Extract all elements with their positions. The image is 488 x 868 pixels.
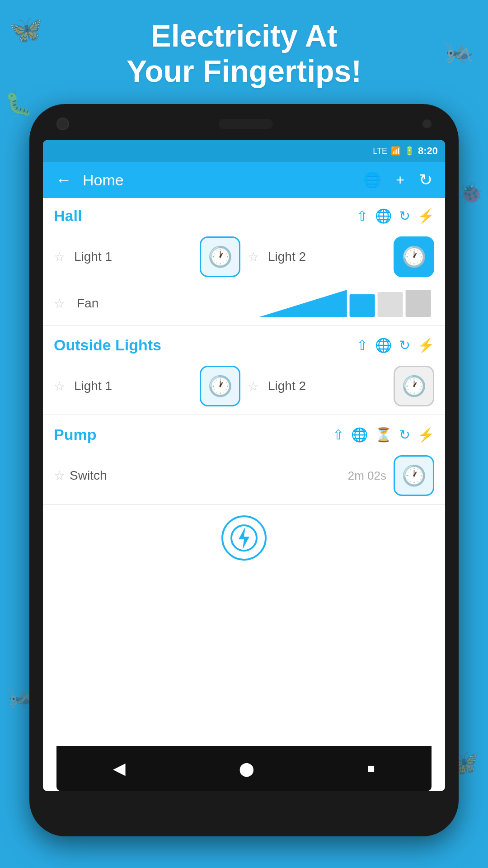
hall-section: Hall ⇧ 🌐 ↻ ⚡ ☆ Light 1 🕐	[43, 198, 445, 323]
pump-switch-toggle[interactable]: 🕐	[394, 455, 434, 496]
phone-speaker	[219, 119, 273, 129]
outside-divider	[43, 415, 445, 415]
svg-rect-1	[349, 294, 375, 317]
outside-lights-header: Outside Lights ⇧ 🌐 ↻ ⚡	[43, 327, 445, 359]
outside-light2-toggle[interactable]: 🕐	[394, 366, 434, 406]
hall-title: Hall	[54, 207, 349, 225]
lightning-logo-svg	[230, 524, 258, 552]
hall-share-icon[interactable]: ⇧	[357, 208, 368, 224]
front-camera	[56, 118, 69, 130]
content-area: Hall ⇧ 🌐 ↻ ⚡ ☆ Light 1 🕐	[43, 198, 445, 755]
pump-section: Pump ⇧ 🌐 ⏳ ↻ ⚡ ☆ Switch 2m 02s 🕐	[43, 417, 445, 502]
pump-lightning-icon[interactable]: ⚡	[418, 427, 434, 443]
globe-button[interactable]: 🌐	[360, 168, 385, 192]
pump-switch-timer: 2m 02s	[348, 469, 386, 483]
outside-lights-section: Outside Lights ⇧ 🌐 ↻ ⚡ ☆ Light 1 🕐	[43, 327, 445, 413]
phone-frame: LTE 📶 🔋 8:20 ← Home 🌐 + ↻ Hall ⇧ 🌐 ↻ ⚡	[29, 104, 459, 836]
outside-light2-name: Light 2	[268, 379, 389, 393]
hall-divider	[43, 325, 445, 326]
status-bar: LTE 📶 🔋 8:20	[43, 140, 445, 162]
hall-globe-icon[interactable]: 🌐	[375, 208, 392, 224]
refresh-button[interactable]: ↻	[415, 167, 436, 193]
hall-fan-name: Fan	[77, 296, 252, 311]
phone-sensor	[422, 119, 432, 128]
bug-decoration: 🐞	[458, 181, 483, 205]
outside-globe-icon[interactable]: 🌐	[375, 337, 392, 353]
hall-light1-star[interactable]: ☆	[54, 250, 65, 264]
bug-decoration: 🐛	[5, 90, 33, 117]
outside-light1: ☆ Light 1 🕐	[54, 366, 240, 406]
pump-timer-icon[interactable]: ⏳	[375, 427, 392, 443]
hall-fan-star[interactable]: ☆	[54, 296, 65, 311]
outside-light1-name: Light 1	[74, 379, 195, 393]
pump-globe-icon[interactable]: 🌐	[351, 427, 368, 443]
hall-section-header: Hall ⇧ 🌐 ↻ ⚡	[43, 198, 445, 230]
hall-lightning-icon[interactable]: ⚡	[418, 208, 434, 224]
svg-marker-5	[239, 527, 249, 549]
pump-divider	[43, 504, 445, 505]
hall-light1-toggle[interactable]: 🕐	[200, 236, 240, 277]
hall-refresh-icon[interactable]: ↻	[399, 208, 410, 224]
pump-share-icon[interactable]: ⇧	[333, 427, 344, 443]
outside-light2: ☆ Light 2 🕐	[248, 366, 434, 406]
outside-light1-toggle[interactable]: 🕐	[200, 366, 240, 406]
app-toolbar: ← Home 🌐 + ↻	[43, 162, 445, 198]
svg-marker-0	[259, 290, 347, 317]
app-header: Electricity At Your Fingertips!	[0, 18, 488, 89]
hall-light1: ☆ Light 1 🕐	[54, 236, 240, 277]
pump-title: Pump	[54, 426, 325, 443]
outside-light1-star[interactable]: ☆	[54, 379, 65, 394]
svg-rect-2	[377, 292, 403, 317]
back-button[interactable]: ←	[52, 167, 75, 193]
hall-lights-row: ☆ Light 1 🕐 ☆ Light 2 🕐	[43, 230, 445, 283]
hall-light1-clock-icon: 🕐	[208, 245, 233, 269]
pump-switch-name: Switch	[70, 468, 348, 483]
hall-fan-slider[interactable]	[259, 290, 435, 317]
outside-light1-clock-icon: 🕐	[208, 374, 233, 398]
nav-home-button[interactable]: ⬤	[239, 761, 254, 777]
phone-screen: LTE 📶 🔋 8:20 ← Home 🌐 + ↻ Hall ⇧ 🌐 ↻ ⚡	[43, 140, 445, 791]
outside-lightning-icon[interactable]: ⚡	[418, 337, 434, 353]
hall-light2-star[interactable]: ☆	[248, 250, 259, 264]
pump-switch-clock-icon: 🕐	[402, 464, 427, 487]
lte-icon: LTE	[373, 146, 387, 156]
fan-slider-svg	[259, 290, 435, 317]
outside-light2-clock-icon: 🕐	[402, 374, 427, 398]
hall-light2-clock-icon: 🕐	[402, 245, 427, 269]
outside-light2-star[interactable]: ☆	[248, 379, 259, 394]
outside-share-icon[interactable]: ⇧	[357, 337, 368, 353]
pump-switch-row: ☆ Switch 2m 02s 🕐	[43, 449, 445, 502]
pump-refresh-icon[interactable]: ↻	[399, 427, 410, 443]
bottom-navigation: ◀ ⬤ ■	[56, 746, 432, 791]
hall-light1-name: Light 1	[74, 250, 195, 264]
clock: 8:20	[418, 145, 438, 157]
hall-light2-name: Light 2	[268, 250, 389, 264]
hall-light2-toggle[interactable]: 🕐	[394, 236, 434, 277]
hall-fan-row: ☆ Fan	[43, 283, 445, 323]
signal-bars-icon: 📶	[391, 146, 401, 156]
nav-back-button[interactable]: ◀	[113, 759, 126, 778]
bottom-logo-area	[43, 506, 445, 565]
hall-light2: ☆ Light 2 🕐	[248, 236, 434, 277]
svg-rect-3	[405, 290, 431, 317]
outside-lights-title: Outside Lights	[54, 336, 349, 354]
pump-header: Pump ⇧ 🌐 ⏳ ↻ ⚡	[43, 417, 445, 449]
lightning-logo	[221, 515, 267, 561]
toolbar-title: Home	[83, 171, 352, 189]
battery-icon: 🔋	[404, 146, 414, 156]
phone-top-bar	[29, 118, 459, 130]
nav-recents-button[interactable]: ■	[367, 761, 375, 776]
outside-lights-row: ☆ Light 1 🕐 ☆ Light 2 🕐	[43, 359, 445, 413]
outside-refresh-icon[interactable]: ↻	[399, 337, 410, 353]
pump-switch-star[interactable]: ☆	[54, 468, 65, 483]
add-button[interactable]: +	[392, 168, 408, 192]
